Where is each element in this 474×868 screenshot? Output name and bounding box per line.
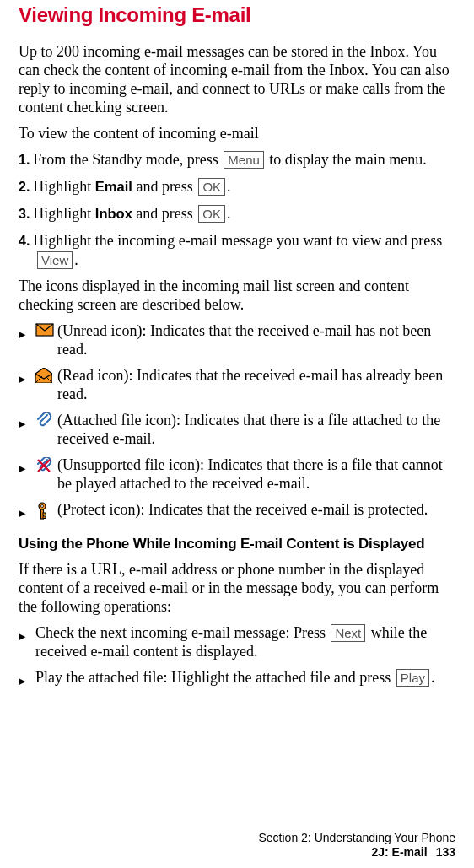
svg-point-5 xyxy=(41,505,44,508)
step-number: 4. xyxy=(19,232,30,251)
step-1: 1. From the Standby mode, press Menu to … xyxy=(19,150,455,170)
text-frag: Highlight xyxy=(33,178,95,195)
sub-intro: If there is a URL, e-mail address or pho… xyxy=(19,560,455,616)
step-number: 2. xyxy=(19,178,30,197)
text-frag: and press xyxy=(132,178,197,195)
step-3: 3. Highlight Inbox and press OK. xyxy=(19,204,455,224)
icons-lead: The icons displayed in the incoming mail… xyxy=(19,277,455,314)
op-item-play: ▶ Play the attached file: Highlight the … xyxy=(19,668,455,690)
manual-page: Viewing Incoming E-mail Up to 200 incomi… xyxy=(0,0,474,868)
sub-heading: Using the Phone While Incoming E-mail Co… xyxy=(19,536,455,553)
icon-desc: (Attached file icon): Indicates that the… xyxy=(57,411,455,448)
step-4: 4. Highlight the incoming e-mail message… xyxy=(19,231,455,251)
menu-key: Menu xyxy=(224,151,264,169)
envelope-read-icon xyxy=(35,366,57,403)
ok-key: OK xyxy=(198,205,225,223)
triangle-bullet-icon: ▶ xyxy=(19,668,35,690)
icon-item-protect: ▶ (Protect icon): Indicates that the rec… xyxy=(19,500,455,522)
triangle-bullet-icon: ▶ xyxy=(19,366,35,403)
next-key: Next xyxy=(331,624,365,642)
icon-desc: (Unsupported file icon): Indicates that … xyxy=(57,456,455,493)
text-frag: . xyxy=(227,178,231,195)
footer-section: 2J: E-mail xyxy=(372,845,428,859)
text-frag: Check the next incoming e-mail message: … xyxy=(35,624,329,641)
op-text: Check the next incoming e-mail message: … xyxy=(35,623,455,660)
key-protect-icon xyxy=(35,500,57,522)
icon-desc: (Unread icon): Indicates that the receiv… xyxy=(57,321,455,359)
text-frag: Highlight the incoming e-mail message yo… xyxy=(33,232,442,249)
text-frag: . xyxy=(74,251,78,268)
body: Up to 200 incoming e-mail messages can b… xyxy=(19,42,455,690)
text-frag: and press xyxy=(132,205,197,222)
icon-item-unread: ▶ (Unread icon): Indicates that the rece… xyxy=(19,321,455,359)
svg-rect-8 xyxy=(43,516,46,519)
op-text: Play the attached file: Highlight the at… xyxy=(35,668,455,690)
play-key: Play xyxy=(396,669,429,687)
ok-key: OK xyxy=(198,178,225,196)
icon-desc: (Protect icon): Indicates that the recei… xyxy=(57,500,455,522)
view-key: View xyxy=(37,251,73,269)
step-4-cont: View. xyxy=(35,251,455,269)
triangle-bullet-icon: ▶ xyxy=(19,411,35,448)
icon-item-unsupported: ▶ (Unsupported file icon): Indicates tha… xyxy=(19,456,455,493)
op-item-next: ▶ Check the next incoming e-mail message… xyxy=(19,623,455,660)
paperclip-icon xyxy=(35,411,57,448)
lead-line: To view the content of incoming e-mail xyxy=(19,124,455,143)
step-number: 3. xyxy=(19,205,30,224)
step-text: Highlight the incoming e-mail message yo… xyxy=(33,231,455,250)
triangle-bullet-icon: ▶ xyxy=(19,623,35,660)
icon-item-read: ▶ (Read icon): Indicates that the receiv… xyxy=(19,366,455,403)
icon-item-attached: ▶ (Attached file icon): Indicates that t… xyxy=(19,411,455,448)
text-frag: Highlight xyxy=(33,205,95,222)
step-text: Highlight Inbox and press OK. xyxy=(33,204,455,223)
triangle-bullet-icon: ▶ xyxy=(19,456,35,493)
paperclip-unsupported-icon xyxy=(35,456,57,493)
step-text: From the Standby mode, press Menu to dis… xyxy=(33,150,455,169)
footer-line-1: Section 2: Understanding Your Phone xyxy=(258,831,455,845)
svg-rect-7 xyxy=(43,513,46,515)
icon-desc: (Read icon): Indicates that the received… xyxy=(57,366,455,403)
text-frag: From the Standby mode, press xyxy=(33,151,222,168)
page-number: 133 xyxy=(436,845,455,859)
page-title: Viewing Incoming E-mail xyxy=(19,0,455,27)
intro-paragraph: Up to 200 incoming e-mail messages can b… xyxy=(19,42,455,116)
triangle-bullet-icon: ▶ xyxy=(19,321,35,359)
text-frag: . xyxy=(431,669,435,686)
strong-inbox: Inbox xyxy=(95,206,132,221)
step-text: Highlight Email and press OK. xyxy=(33,177,455,196)
strong-email: Email xyxy=(95,179,132,194)
text-frag: Play the attached file: Highlight the at… xyxy=(35,669,395,686)
footer-line-2: 2J: E-mail133 xyxy=(258,845,455,860)
page-footer: Section 2: Understanding Your Phone 2J: … xyxy=(258,831,455,860)
text-frag: to display the main menu. xyxy=(266,151,427,168)
triangle-bullet-icon: ▶ xyxy=(19,500,35,522)
step-number: 1. xyxy=(19,151,30,170)
step-2: 2. Highlight Email and press OK. xyxy=(19,177,455,197)
envelope-unread-icon xyxy=(35,321,57,359)
text-frag: . xyxy=(227,205,231,222)
